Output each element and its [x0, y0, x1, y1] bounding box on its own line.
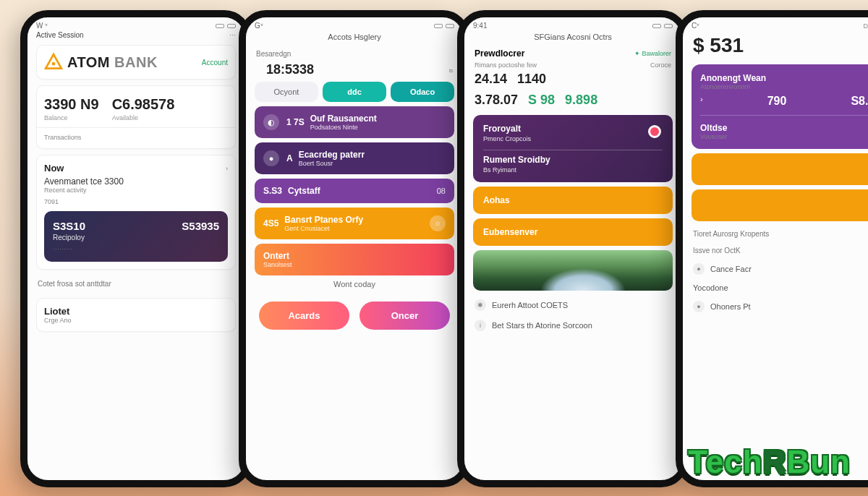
balance-card: 3390 N9Balance C6.98578Available Transac… — [36, 85, 236, 149]
summary-card[interactable]: Anonengt Wean Atonoerenironnm ›790S8.bn … — [692, 64, 868, 149]
activity-card[interactable]: Now › Avenmanet tce 3300 Recent activity… — [36, 155, 236, 270]
status-bar: 9:41 — [464, 17, 681, 31]
balance-value-1: 3390 N9 — [44, 96, 99, 113]
chevron-right-icon: › — [226, 165, 228, 172]
info-line: Cotet frosa sot anttdtar — [27, 275, 244, 292]
bank-card[interactable]: S3S10S53935 Recipoloy ⋯⋯⋯ — [44, 211, 228, 262]
list-item[interactable]: ◐ 1 7S Ouf RausanecntPodsatoes Ninte — [255, 106, 454, 138]
dot-icon: ● — [263, 150, 279, 166]
list-item[interactable]: 4S5 Bansrt Ptanes OrfyGent Cnusiacet ○ — [255, 208, 454, 239]
phone-screen-3: 9:41 SFGians Acosni Octrs Prewdlocrer ✦ … — [457, 10, 689, 487]
watermark: TechRBun — [688, 444, 851, 480]
filter-icon[interactable]: ⎄ — [449, 67, 453, 74]
dot-icon: ● — [693, 263, 705, 275]
brand-logo: ATOM BANK — [44, 53, 158, 72]
tab-2[interactable]: ddc — [323, 82, 386, 102]
amount-value: $ 531 — [683, 31, 868, 60]
footer-row: iBet Stars th Atorine Sorcoon — [464, 315, 681, 335]
circle-icon: ○ — [430, 215, 446, 231]
tile-orange[interactable] — [692, 153, 868, 185]
app-title: Accots Hsglery — [246, 31, 463, 46]
balance-value-2: C6.98578 — [112, 96, 175, 113]
more-icon[interactable]: ⋯ — [229, 32, 236, 39]
svg-point-0 — [52, 62, 56, 66]
tab-3[interactable]: Odaco — [391, 82, 454, 102]
info-icon: i — [475, 320, 486, 331]
section-label: Besaredgn — [246, 46, 463, 62]
header-link[interactable]: Djpsobert — [863, 22, 868, 30]
list-item[interactable]: ● A Ecacrdeg paterrBoert Sousr — [255, 142, 454, 174]
phone-screen-2: Gᵛ Accots Hsglery Besaredgn 18:5338 ⎄ Oc… — [239, 10, 470, 487]
phone-screen-4: CᵛDjpsobert $ 531 Anonengt Wean Atonoere… — [676, 10, 868, 487]
caption: Wont coday — [246, 280, 463, 291]
time-value: 18:5338 — [256, 62, 324, 77]
footer-card[interactable]: Liotet Crge Ano — [36, 298, 236, 332]
logo-mark-icon — [44, 53, 63, 72]
list-item[interactable]: S.S3 Cytstaff 08 — [255, 179, 454, 203]
stats-row: 24.14 1140 — [464, 69, 681, 90]
landscape-image — [473, 250, 673, 291]
header-label: Active Session — [36, 31, 84, 39]
status-bar: CᵛDjpsobert — [683, 17, 868, 31]
tile-orange-2[interactable]: Eubensenver — [473, 218, 673, 246]
footer-row: ✱Eurerh Attoot COETS — [464, 295, 681, 315]
dot-icon: ● — [693, 301, 705, 312]
phone-screen-1: W ᵛ Active Session ⋯ ATOM BANK Account 3… — [20, 10, 252, 487]
tile-investment[interactable]: Froroyalt Pmenc Cropcois Rument Sroidby … — [473, 115, 673, 182]
star-icon: ✱ — [475, 299, 486, 311]
leaf-icon: ✦ — [634, 50, 640, 57]
coin-icon: ◐ — [263, 114, 279, 130]
account-link[interactable]: Account — [202, 59, 228, 67]
text-line: Tioret Aurosrg Kropents — [683, 226, 868, 242]
app-title: SFGians Acosni Octrs — [464, 31, 681, 46]
status-bar: W ᵛ — [27, 17, 244, 31]
brand-card: ATOM BANK Account — [36, 45, 236, 80]
tab-strip: Ocyont ddc Odaco — [255, 82, 454, 102]
text-line: Issve nor OctK — [683, 242, 868, 259]
tile-orange[interactable] — [692, 189, 868, 221]
pin-icon — [648, 125, 661, 138]
tab-1[interactable]: Ocyont — [255, 82, 318, 102]
tile-orange-1[interactable]: Aohas — [473, 187, 673, 214]
tab-a[interactable]: Prewdlocrer — [475, 48, 524, 59]
status-bar: Gᵛ — [246, 17, 463, 31]
primary-button-b[interactable]: Oncer — [359, 302, 450, 330]
primary-button-a[interactable]: Acards — [259, 302, 349, 330]
list-item[interactable]: OntertSanolsest — [255, 244, 454, 275]
